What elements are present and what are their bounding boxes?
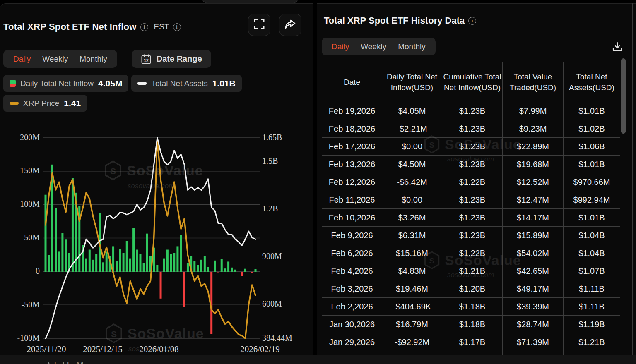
cell-cumulative-inflow: $1.23B [442, 156, 503, 173]
inflow-bar [132, 228, 135, 272]
inflow-bar [95, 254, 97, 272]
inflow-bar [180, 235, 182, 272]
inflow-bar [48, 255, 50, 272]
download-icon [611, 48, 624, 55]
column-header: Total Value Traded(USD) [503, 62, 564, 102]
history-table-body: Feb 19,2026$4.05M$1.23B$7.99M$1.01BFeb 1… [322, 102, 620, 364]
table-row: Feb 19,2026$4.05M$1.23B$7.99M$1.01B [322, 102, 620, 120]
cell-cumulative-inflow: $1.23B [442, 102, 503, 120]
inflow-bar [176, 246, 178, 272]
column-header: Daily Total Net Inflow(USD) [382, 62, 442, 102]
inflow-bar [119, 249, 121, 272]
inflow-bar [61, 233, 63, 272]
cell-date: Feb 9,2026 [322, 227, 382, 244]
outflow-bar [160, 272, 162, 299]
outflow-bar [251, 272, 253, 273]
inflow-bar [173, 253, 175, 272]
table-row: Feb 6,2026$15.16M$1.22B$54.02M$1.04B [322, 244, 620, 262]
y-axis-left-tick: 150M [20, 166, 40, 175]
cell-value-traded: $15.89M [503, 227, 564, 244]
inflow-bar [224, 268, 226, 272]
cell-date: Jan 29,2026 [322, 333, 382, 351]
history-data-panel: Total XRP Spot ETF History Data i DailyW… [317, 3, 636, 364]
inflow-bar [214, 261, 216, 272]
inflow-bar [58, 251, 60, 272]
inflow-bar [106, 251, 108, 272]
table-row: Jan 30,2026$16.79M$1.18B$28.74M$1.19B [322, 316, 620, 333]
cell-value-traded: $7.99M [503, 102, 564, 120]
table-row: Jan 29,2026-$92.92M$1.17B$71.39M$1.21B [322, 333, 620, 351]
table-row: Feb 13,2026$4.50M$1.23B$19.68M$1.01B [322, 156, 620, 173]
cell-value-traded: $22.89M [503, 138, 564, 156]
cell-daily-inflow: $19.46M [382, 280, 442, 298]
cell-value-traded: $19.68M [503, 156, 564, 173]
inflow-bar [92, 260, 94, 272]
inflow-bar [193, 261, 195, 272]
cell-date: Feb 3,2026 [322, 280, 382, 298]
table-header-row: DateDaily Total Net Inflow(USD)Cumulativ… [322, 62, 620, 102]
y-axis-left-tick: 100M [20, 199, 40, 208]
inflow-bar [123, 253, 125, 272]
inflow-bar [234, 270, 236, 272]
table-row: Feb 2,2026-$404.69K$1.18B$39.39M$1.11B [322, 298, 620, 316]
cell-net-assets: $1.19B [564, 316, 620, 333]
cell-value-traded: $14.17M [503, 209, 564, 227]
table-tab-monthly[interactable]: Monthly [392, 42, 431, 51]
column-header: Date [322, 62, 382, 102]
cell-cumulative-inflow: $1.22B [442, 244, 503, 262]
inflow-bar [89, 250, 91, 272]
cell-cumulative-inflow: $1.23B [442, 120, 503, 138]
cell-net-assets: $970.66M [564, 173, 620, 191]
history-table-head: DateDaily Total Net Inflow(USD)Cumulativ… [322, 62, 620, 102]
cell-daily-inflow: $0.00 [382, 191, 442, 209]
inflow-bar [143, 263, 145, 272]
net-inflow-chart[interactable]: 200M150M100M50M0-50M-100M1.65B1.5B1.2B90… [0, 4, 313, 364]
inflow-bar [204, 256, 206, 272]
cell-daily-inflow: $4.83M [382, 262, 442, 280]
cell-daily-inflow: $4.50M [382, 156, 442, 173]
inflow-bar [166, 250, 169, 272]
inflow-bar [65, 239, 67, 272]
cell-cumulative-inflow: $1.23B [442, 227, 503, 244]
cell-cumulative-inflow: $1.23B [442, 191, 503, 209]
cell-date: Feb 10,2026 [322, 209, 382, 227]
cell-cumulative-inflow: $1.18B [442, 316, 503, 333]
net-inflow-chart-panel: Total XRP Spot ETF Net Inflow i EST i [0, 3, 313, 364]
top-partial-toolbar [202, 0, 298, 3]
x-axis-tick: 2026/02/19 [240, 344, 280, 354]
cell-daily-inflow: $6.31M [382, 227, 442, 244]
y-axis-right-tick: 600M [262, 299, 282, 308]
inflow-bar [139, 254, 141, 272]
table-scrollbar[interactable] [621, 58, 626, 134]
next-section-partial: t ETF M [0, 355, 636, 364]
cell-date: Feb 19,2026 [322, 102, 382, 120]
cell-daily-inflow: -$92.92M [382, 333, 442, 351]
table-tab-daily[interactable]: Daily [326, 42, 355, 51]
cell-date: Feb 12,2026 [322, 173, 382, 191]
table-row: Feb 10,2026$3.26M$1.23B$14.17M$1.01B [322, 209, 620, 227]
table-row: Feb 12,2026-$6.42M$1.22B$12.52M$970.66M [322, 173, 620, 191]
table-controls: DailyWeeklyMonthly [322, 38, 436, 55]
info-icon[interactable]: i [468, 17, 476, 25]
cell-net-assets: $1.06B [564, 138, 620, 156]
table-header: Total XRP Spot ETF History Data i [324, 15, 476, 26]
cell-net-assets: $1.04B [564, 244, 620, 262]
inflow-bar [200, 260, 202, 272]
table-row: Feb 11,2026$0.00$1.23B$12.47M$992.94M [322, 191, 620, 209]
cell-date: Feb 2,2026 [322, 298, 382, 316]
inflow-bar [146, 234, 148, 272]
inflow-bar [129, 259, 131, 272]
cell-value-traded: $71.39M [503, 333, 564, 351]
download-button[interactable] [609, 39, 626, 56]
table-tab-weekly[interactable]: Weekly [355, 42, 392, 51]
cell-daily-inflow: $3.26M [382, 209, 442, 227]
table-row: Feb 17,2026$0.00$1.23B$22.89M$1.06B [322, 138, 620, 156]
inflow-bar [45, 195, 47, 272]
y-axis-right-tick: 384.44M [262, 333, 292, 342]
cell-net-assets: $1.02B [564, 120, 620, 138]
cell-net-assets: $1.11B [564, 298, 620, 316]
x-axis-tick: 2025/12/15 [83, 344, 123, 354]
inflow-bar [102, 262, 104, 272]
history-table[interactable]: DateDaily Total Net Inflow(USD)Cumulativ… [322, 62, 620, 364]
cell-net-assets: $1.21B [564, 333, 620, 351]
